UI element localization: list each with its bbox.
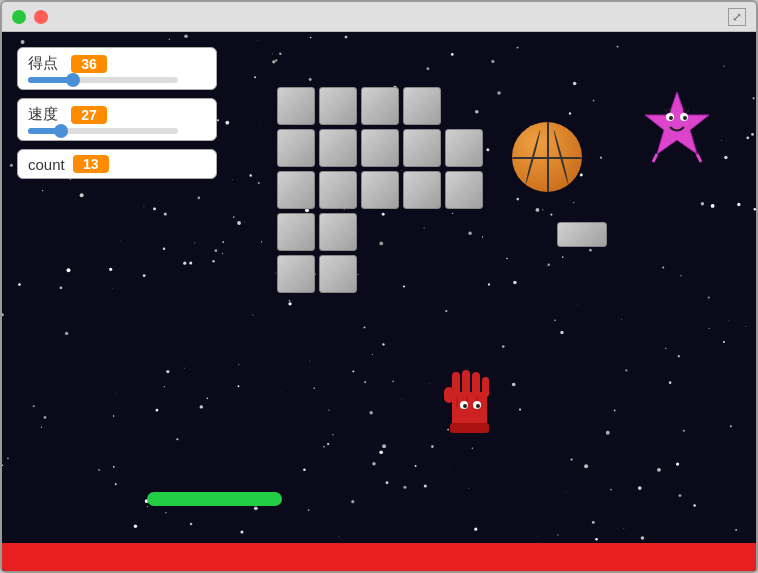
brick-empty: [403, 213, 441, 251]
brick: [277, 87, 315, 125]
speed-slider-thumb[interactable]: [54, 124, 68, 138]
brick: [319, 255, 357, 293]
svg-rect-14: [472, 372, 480, 396]
brick: [319, 129, 357, 167]
brick: [361, 87, 399, 125]
paddle: [147, 492, 282, 506]
brick: [403, 129, 441, 167]
green-button[interactable]: [12, 10, 26, 24]
controls-panel: 得点 36 速度 27 c: [17, 47, 217, 179]
svg-rect-15: [482, 377, 489, 397]
basketball: [512, 122, 582, 192]
svg-line-8: [687, 109, 689, 113]
ball-line-v: [547, 122, 549, 192]
brick: [361, 129, 399, 167]
brick: [403, 171, 441, 209]
brick: [361, 171, 399, 209]
svg-marker-0: [645, 92, 709, 154]
speed-slider[interactable]: [28, 128, 178, 134]
brick-empty: [445, 213, 483, 251]
score-row: 得点 36: [28, 54, 206, 73]
speed-label: 速度: [28, 105, 63, 124]
score-value: 36: [71, 55, 107, 73]
svg-rect-13: [462, 370, 470, 396]
svg-point-24: [476, 404, 480, 408]
count-value: 13: [73, 155, 109, 173]
brick-empty: [361, 213, 399, 251]
brick-empty: [361, 255, 399, 293]
score-label: 得点: [28, 54, 63, 73]
svg-line-5: [665, 109, 667, 113]
svg-point-3: [669, 116, 673, 120]
speed-value: 27: [71, 106, 107, 124]
count-label: count: [28, 156, 65, 173]
glove-character: [442, 367, 497, 437]
score-slider[interactable]: [28, 77, 178, 83]
maximize-button[interactable]: ⤢: [728, 8, 746, 26]
brick: [319, 171, 357, 209]
score-slider-thumb[interactable]: [66, 73, 80, 87]
svg-line-6: [669, 108, 670, 112]
game-area: 得点 36 速度 27 c: [2, 32, 756, 571]
titlebar-controls: [12, 10, 48, 24]
ball-body: [512, 122, 582, 192]
small-brick: [557, 222, 607, 247]
brick: [277, 213, 315, 251]
floor: [2, 543, 756, 571]
star-svg: [637, 87, 717, 167]
brick-empty: [403, 255, 441, 293]
brick-empty: [445, 255, 483, 293]
speed-box: 速度 27: [17, 98, 217, 141]
brick: [403, 87, 441, 125]
svg-line-10: [697, 154, 701, 162]
brick: [277, 129, 315, 167]
star-character: [637, 87, 717, 167]
brick: [277, 171, 315, 209]
brick: [319, 213, 357, 251]
brick: [445, 171, 483, 209]
score-box: 得点 36: [17, 47, 217, 90]
brick: [319, 87, 357, 125]
brick: [277, 255, 315, 293]
titlebar: ⤢: [2, 2, 756, 32]
svg-point-23: [463, 404, 467, 408]
red-button[interactable]: [34, 10, 48, 24]
brick: [445, 129, 483, 167]
count-box: count 13: [17, 149, 217, 179]
brick-grid: [277, 87, 483, 293]
svg-line-9: [653, 154, 657, 162]
speed-row: 速度 27: [28, 105, 206, 124]
maximize-icon: ⤢: [732, 10, 742, 24]
svg-rect-17: [450, 423, 489, 433]
glove-svg: [442, 367, 497, 437]
game-window: ⤢ 得点 36 速度 27: [0, 0, 758, 573]
brick-empty: [445, 87, 483, 125]
svg-rect-16: [444, 387, 454, 403]
svg-point-4: [683, 116, 687, 120]
